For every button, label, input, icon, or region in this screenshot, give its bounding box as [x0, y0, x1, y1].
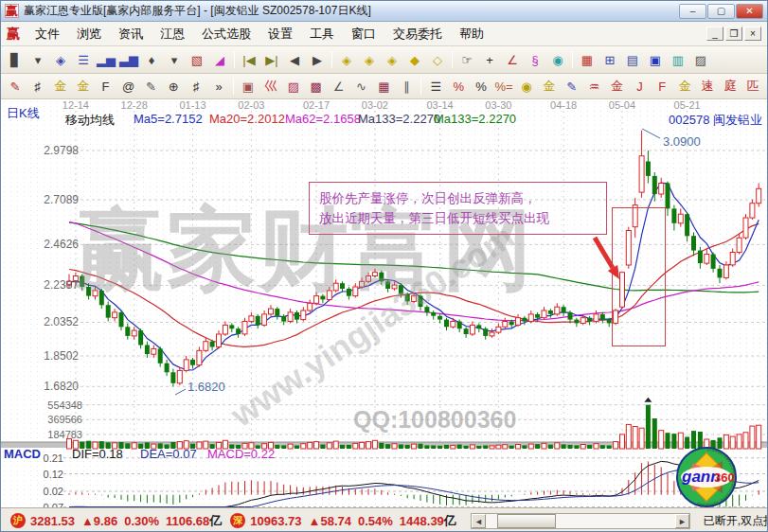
neural-button[interactable]: ◉	[546, 49, 569, 70]
mdi-minimize-button[interactable]: _	[706, 27, 723, 41]
pi-line-button[interactable]: 匹	[741, 76, 764, 97]
calculator-icon: ⊞	[605, 53, 616, 67]
speed-fan-button[interactable]: ∠	[328, 76, 350, 97]
gold-circle-1-button[interactable]: ◉	[515, 76, 538, 97]
quote-list-button[interactable]: ☰	[424, 76, 447, 97]
angle-measure-button[interactable]: ∠	[501, 49, 524, 70]
shenzhen-icon[interactable]: 深	[230, 513, 245, 528]
zoom-horizontal-button[interactable]: ◈	[381, 49, 403, 70]
info-list-icon: ☰	[78, 53, 89, 67]
close-button[interactable]: ✕	[736, 4, 763, 19]
zoom-horizontal-icon: ◈	[387, 53, 397, 67]
parallel-lines-button[interactable]: ∥	[395, 76, 418, 97]
brush-button[interactable]: ✎	[4, 76, 27, 97]
menu-item-5[interactable]: 设置	[259, 23, 301, 45]
info-list-button[interactable]: ☰	[72, 49, 95, 70]
minimize-button[interactable]: –	[679, 4, 706, 19]
matrix-grid-button[interactable]: ▦	[373, 76, 396, 97]
sh-pct: 0.30%	[124, 514, 159, 528]
ting-line-button[interactable]: 庭	[719, 76, 741, 97]
f-line-button[interactable]: F	[651, 76, 673, 97]
report-button[interactable]: ▤	[621, 49, 644, 70]
hand-tool-button[interactable]: ☞	[455, 49, 478, 70]
kline-dropdown-button[interactable]: ▾	[27, 49, 49, 70]
gold-ruler-2-button[interactable]: 金	[72, 76, 95, 97]
scroll-right-button[interactable]: ►	[675, 514, 689, 528]
scrollbar-track[interactable]	[486, 514, 675, 528]
gold-line-button[interactable]: 金	[673, 76, 696, 97]
candle-single-button[interactable]: ♦	[140, 49, 163, 70]
menu-item-2[interactable]: 资讯	[110, 23, 152, 45]
j-line-button[interactable]: J	[628, 76, 651, 97]
menu-item-1[interactable]: 浏览	[68, 23, 110, 45]
zoom-all-button[interactable]: ◆	[403, 49, 426, 70]
cycle-circle-button[interactable]: ⊕	[162, 76, 185, 97]
sh-amount: 1106.68	[166, 514, 209, 528]
menu-item-3[interactable]: 江恩	[152, 23, 193, 45]
connection-status: 已断开,双点打开.	[704, 513, 768, 529]
scroll-left-button[interactable]: ◄	[472, 514, 486, 528]
last-page-icon: ▶|	[265, 53, 277, 67]
layers-button[interactable]: ▥	[667, 49, 689, 70]
next-page-button[interactable]: ▶	[306, 49, 329, 70]
zoom-left-button[interactable]: ◈	[335, 49, 358, 70]
calculator-button[interactable]: ⊞	[598, 49, 621, 70]
f-ruler-button[interactable]: F	[95, 76, 117, 97]
prev-page-button[interactable]: ◀	[283, 49, 306, 70]
su-line-button[interactable]: 速	[696, 76, 719, 97]
horizontal-scrollbar[interactable]: ◄ ►	[471, 513, 690, 529]
profile-chart-button[interactable]: ◢	[208, 49, 231, 70]
ray-fan-button[interactable]: 巛	[259, 76, 282, 97]
bars-3-button[interactable]: ▂▅	[95, 49, 117, 70]
arrow-annotation	[595, 238, 613, 268]
annotation-note-box[interactable]: 股价先产量涨停，次日创出反弹新高， 放出近期天量，第三日低开短线买点出现	[309, 182, 607, 235]
percent-lines-button[interactable]: %=	[492, 76, 515, 97]
zoom-right-button[interactable]: ◈	[358, 49, 381, 70]
gold-ruler-1-button[interactable]: 金	[49, 76, 72, 97]
menu-item-7[interactable]: 窗口	[343, 23, 384, 45]
scrollbar-thumb[interactable]	[497, 514, 556, 528]
dense-ruler-button[interactable]: ♯	[185, 76, 207, 97]
shaded-box-button[interactable]: ▩	[305, 76, 328, 97]
calendar-button[interactable]: ▦	[576, 49, 598, 70]
brush-2-button[interactable]: ✎	[139, 76, 162, 97]
chart-canvas[interactable]: 3.09001.6820	[1, 99, 768, 507]
compress-button[interactable]: ◈	[49, 49, 72, 70]
menu-item-8[interactable]: 交易委托	[384, 23, 451, 45]
gann-pattern-button[interactable]: ▧	[186, 49, 208, 70]
percent-button[interactable]: %	[470, 76, 492, 97]
first-page-button[interactable]: |◀	[238, 49, 260, 70]
zoom-out-button[interactable]: ◇	[426, 49, 449, 70]
gann-box-button[interactable]: ▨	[282, 76, 305, 97]
menu-item-4[interactable]: 公式选股	[193, 23, 259, 45]
chart-panel[interactable]: 3.09001.6820 日K线 移动均线Ma5=2.7152Ma20=2.20…	[1, 99, 768, 507]
export-button[interactable]: ▨	[689, 49, 712, 70]
menu-item-0[interactable]: 文件	[27, 23, 68, 45]
mdi-restore-button[interactable]: ❐	[725, 27, 742, 41]
window-title: 赢家江恩专业版[赢家内部服务平台] - [闽发铝业 SZ002578-107日K…	[24, 3, 371, 19]
bars-9-button[interactable]: ▃▆	[117, 49, 140, 70]
kline-style-button[interactable]: ▊	[4, 49, 27, 70]
measure-brush-button[interactable]: ✎	[561, 76, 583, 97]
gold-circle-2-button[interactable]: 金	[538, 76, 561, 97]
hash-ruler-button[interactable]: ♯	[27, 76, 49, 97]
shanghai-icon[interactable]: 沪	[10, 513, 26, 528]
gold-box-button[interactable]: 金	[606, 76, 629, 97]
zigzag-button[interactable]: ∿	[350, 76, 373, 97]
crosshair-button[interactable]: +	[478, 49, 501, 70]
box-select-button[interactable]: ▣	[237, 76, 259, 97]
gold-ruler-2-icon: 金	[77, 78, 89, 95]
menu-item-9[interactable]: 帮助	[451, 23, 492, 45]
candle-dropdown-button[interactable]: ▾	[163, 49, 186, 70]
menu-item-6[interactable]: 工具	[301, 23, 343, 45]
wave-band-button[interactable]: ♒	[583, 76, 606, 97]
quote-list-icon: ☰	[430, 80, 441, 94]
last-page-button[interactable]: ▶|	[260, 49, 283, 70]
save-button[interactable]: ▣	[644, 49, 667, 70]
ribbon-button[interactable]: §	[524, 49, 546, 70]
mdi-close-button[interactable]: ×	[744, 27, 761, 41]
more-button[interactable]: »	[207, 76, 230, 97]
maximize-button[interactable]: ▢	[707, 4, 735, 19]
percent-t-button[interactable]: %	[447, 76, 470, 97]
spiral-button[interactable]: @	[117, 76, 140, 97]
